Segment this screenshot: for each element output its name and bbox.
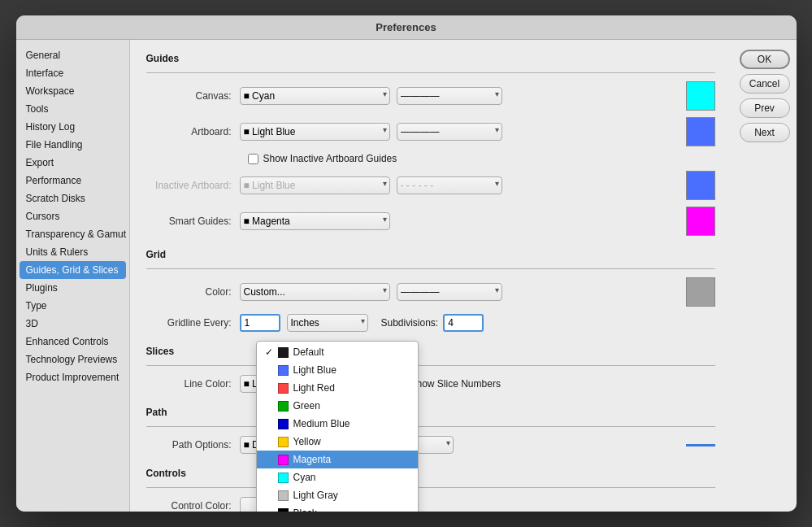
control-color-row: Control Color: [146,496,715,512]
sidebar-item-interface[interactable]: Interface [16,64,129,82]
dropdown-item-light-gray[interactable]: Light Gray [257,486,418,504]
inactive-dash-select-wrapper[interactable]: - - - - - - [397,176,502,194]
gridline-unit-select-wrapper[interactable]: Inches [287,314,368,332]
inactive-artboard-select-wrapper[interactable]: ■ Light Blue [240,176,390,194]
artboard-dash-select-wrapper[interactable]: ———— [397,123,502,141]
sidebar-item-performance[interactable]: Performance [16,172,129,189]
sidebar-item-transparency---gamut[interactable]: Transparency & Gamut [16,225,129,243]
gridline-row: Gridline Every: Inches Subdivisions: [146,313,715,333]
dropdown-swatch-green [278,401,289,412]
sidebar-item-general[interactable]: General [16,46,129,64]
canvas-color-select-wrapper[interactable]: ■ Cyan [240,87,390,105]
sidebar-item-guides--grid---slices[interactable]: Guides, Grid & Slices [20,261,126,279]
grid-dash-select[interactable]: ———— [397,283,502,301]
dropdown-swatch-cyan [278,473,289,483]
slices-line-color-label: Line Color: [146,378,240,390]
sidebar-item-scratch-disks[interactable]: Scratch Disks [16,189,129,207]
dropdown-swatch-default [278,347,289,358]
sidebar-item-technology-previews[interactable]: Technology Previews [16,351,129,368]
smart-guides-select-wrapper[interactable]: ■ Magenta [240,212,390,230]
canvas-dash-select[interactable]: ———— [397,87,502,105]
show-inactive-label[interactable]: Show Inactive Artboard Guides [263,153,397,164]
prev-button[interactable]: Prev [740,98,790,118]
artboard-dash-select[interactable]: ———— [397,123,502,141]
grid-dash-select-wrapper[interactable]: ———— [397,283,502,301]
gridline-unit-select[interactable]: Inches [287,314,368,332]
dropdown-item-black[interactable]: Black [257,504,418,512]
dropdown-item-default[interactable]: ✓Default [257,343,418,361]
dropdown-label-yellow: Yellow [293,436,321,447]
sidebar-item-product-improvement[interactable]: Product Improvement [16,368,129,386]
show-inactive-checkbox[interactable] [248,154,258,164]
smart-guides-label: Smart Guides: [146,216,240,227]
dropdown-item-magenta[interactable]: Magenta [257,451,418,468]
path-section: Path Path Options: ■ Default 1 px [146,407,715,455]
artboard-row: Artboard: ■ Light Blue ———— [146,117,715,146]
inactive-artboard-label: Inactive Artboard: [146,180,240,191]
dropdown-label-magenta: Magenta [293,454,332,465]
sidebar-item-cursors[interactable]: Cursors [16,207,129,225]
sidebar-item-units---rulers[interactable]: Units & Rulers [16,243,129,261]
dropdown-swatch-light-red [278,383,289,394]
dropdown-label-cyan: Cyan [293,472,316,483]
dropdown-item-cyan[interactable]: Cyan [257,468,418,486]
path-section-title: Path [146,407,715,418]
dropdown-label-black: Black [293,507,317,512]
grid-section: Grid Color: Custom... ———— [146,249,715,333]
dropdown-label-light-red: Light Red [293,382,335,394]
canvas-color-select[interactable]: ■ Cyan [240,87,390,105]
dropdown-swatch-light-blue [278,365,289,376]
show-slice-numbers-label[interactable]: Show Slice Numbers [410,378,501,390]
dialog-body: GeneralInterfaceWorkspaceToolsHistory Lo… [16,40,797,512]
grid-section-title: Grid [146,249,715,260]
dropdown-label-green: Green [293,400,320,412]
controls-section-title: Controls [146,468,715,479]
sidebar-item-tools[interactable]: Tools [16,100,129,118]
sidebar-item-workspace[interactable]: Workspace [16,82,129,100]
cancel-button[interactable]: Cancel [740,74,790,94]
artboard-color-select-wrapper[interactable]: ■ Light Blue [240,123,390,141]
dropdown-swatch-magenta [278,455,289,465]
dropdown-label-default: Default [293,346,324,358]
next-button[interactable]: Next [740,123,790,142]
title-bar: Preferences [16,15,797,40]
slices-section: Slices Line Color: ■ Light Blue Show Sli… [146,346,715,394]
grid-color-select[interactable]: Custom... [240,283,390,301]
smart-guides-color-preview [686,207,715,236]
sidebar-item-export[interactable]: Export [16,154,129,172]
canvas-label: Canvas: [146,90,240,102]
guides-section: Guides Canvas: ■ Cyan ———— [146,53,715,236]
grid-color-preview [686,277,715,307]
dropdown-label-medium-blue: Medium Blue [293,418,350,429]
sidebar-item-enhanced-controls[interactable]: Enhanced Controls [16,333,129,351]
artboard-label: Artboard: [146,126,240,137]
subdivisions-input[interactable] [443,314,484,332]
dropdown-item-yellow[interactable]: Yellow [257,433,418,451]
artboard-color-select[interactable]: ■ Light Blue [240,123,390,141]
gridline-value-input[interactable] [240,314,280,332]
grid-color-select-wrapper[interactable]: Custom... [240,283,390,301]
smart-guides-row: Smart Guides: ■ Magenta [146,207,715,236]
preferences-dialog: Preferences GeneralInterfaceWorkspaceToo… [16,15,797,512]
sidebar-item-type[interactable]: Type [16,297,129,315]
inactive-dash-select[interactable]: - - - - - - [397,176,502,194]
sidebar-item-file-handling[interactable]: File Handling [16,136,129,154]
dropdown-item-light-red[interactable]: Light Red [257,379,418,397]
ok-button[interactable]: OK [740,50,790,69]
grid-color-row: Color: Custom... ———— [146,277,715,307]
dropdown-item-light-blue[interactable]: Light Blue [257,361,418,379]
sidebar-item-3d[interactable]: 3D [16,315,129,333]
sidebar-item-history-log[interactable]: History Log [16,118,129,136]
dropdown-item-green[interactable]: Green [257,397,418,415]
smart-guides-select[interactable]: ■ Magenta [240,212,390,230]
canvas-dash-select-wrapper[interactable]: ———— [397,87,502,105]
sidebar-item-plugins[interactable]: Plugins [16,279,129,297]
buttons-panel: OK Cancel Prev Next [732,40,797,512]
dropdown-check-default: ✓ [265,346,278,358]
inactive-artboard-row: Inactive Artboard: ■ Light Blue - - - - … [146,171,715,200]
sidebar: GeneralInterfaceWorkspaceToolsHistory Lo… [16,40,130,512]
path-options-row: Path Options: ■ Default 1 px [146,435,715,455]
inactive-artboard-select[interactable]: ■ Light Blue [240,176,390,194]
dropdown-label-light-gray: Light Gray [293,490,338,501]
dropdown-item-medium-blue[interactable]: Medium Blue [257,415,418,433]
